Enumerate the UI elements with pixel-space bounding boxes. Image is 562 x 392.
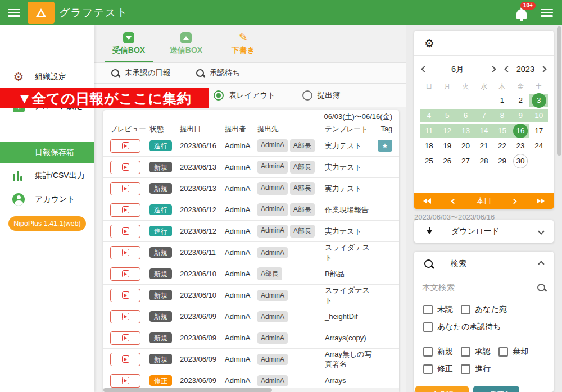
checkbox-icon [423, 305, 433, 314]
sidebar-item-report-box-active[interactable]: 日報保存箱 [0, 142, 94, 163]
calendar-day[interactable]: 9 [511, 108, 530, 123]
tab-inbox[interactable]: 受信BOX [103, 25, 155, 62]
preview-button[interactable] [110, 331, 140, 345]
calendar-day[interactable]: 14 [475, 123, 493, 138]
backward-icon[interactable] [451, 198, 457, 204]
notifications-button[interactable]: 10+ [515, 6, 528, 20]
filter-unapproved-reports[interactable]: 未承認の日報 [111, 68, 170, 78]
printed-filter-button[interactable]: 🖨 印刷済み [415, 386, 469, 392]
column-header: 提出日 [180, 125, 225, 134]
forward-icon[interactable] [511, 198, 517, 204]
calendar-day[interactable]: 2 [511, 93, 530, 108]
chevron-up-icon[interactable] [538, 261, 544, 267]
fast-forward-icon[interactable] [537, 198, 545, 204]
calendar-day[interactable]: 28 [475, 153, 493, 168]
preview-cell [110, 225, 149, 238]
tab-outbox[interactable]: 送信BOX [160, 25, 212, 62]
search-section-header[interactable]: 検索 [414, 252, 554, 276]
chevron-down-icon[interactable] [538, 228, 544, 234]
calendar-day[interactable]: 3 [529, 93, 548, 108]
calendar-day[interactable]: 10 [529, 108, 548, 123]
weekday-label: 火 [456, 80, 475, 93]
search-checkbox-修正[interactable]: 修正 [423, 364, 453, 374]
fulltext-search-input[interactable] [422, 283, 537, 292]
search-submit-icon[interactable] [537, 284, 546, 292]
calendar-day[interactable]: 15 [493, 123, 511, 138]
radio-submission-book[interactable]: 提出簿 [302, 90, 341, 101]
preview-button[interactable] [110, 225, 140, 238]
submit-date: 2023/06/13 [180, 163, 225, 171]
calendar-day[interactable]: 27 [456, 153, 475, 168]
star-tag-icon[interactable]: ★ [378, 140, 392, 152]
calendar-day[interactable]: 20 [456, 138, 475, 153]
sidebar-item-org-settings[interactable]: ⚙ 組織設定 [0, 62, 94, 91]
calendar-day[interactable]: 8 [493, 108, 511, 123]
calendar-day[interactable]: 13 [456, 123, 475, 138]
calendar-day[interactable]: 7 [475, 108, 493, 123]
calendar-day[interactable]: 17 [529, 123, 548, 138]
calendar-day[interactable]: 1 [493, 93, 511, 108]
calendar-day[interactable]: 30 [511, 153, 530, 168]
preview-button[interactable] [110, 139, 140, 153]
preview-button[interactable] [110, 289, 140, 302]
app-logo[interactable] [28, 2, 55, 24]
horizontal-scrollbar[interactable] [103, 388, 399, 392]
calendar-day[interactable]: 12 [438, 123, 457, 138]
preview-button[interactable] [110, 203, 140, 217]
right-menu-icon[interactable] [541, 9, 553, 17]
mailbox-tabs: 受信BOX 送信BOX ✎ 下書き [94, 25, 406, 63]
prev-year-icon[interactable] [504, 66, 510, 72]
calendar-day[interactable]: 26 [438, 153, 457, 168]
calendar-day[interactable]: 29 [493, 153, 511, 168]
submitter: AdminA [225, 142, 257, 150]
recipient-chip: AdminA [257, 139, 288, 152]
next-year-icon[interactable] [540, 66, 546, 72]
calendar-day[interactable]: 19 [438, 138, 457, 153]
calendar-day[interactable]: 11 [420, 123, 438, 138]
button-label: 重要印 [490, 390, 511, 392]
vertical-scrollbar[interactable] [556, 25, 562, 392]
next-month-icon[interactable] [490, 66, 496, 72]
calendar-day[interactable]: 4 [420, 108, 438, 123]
preview-button[interactable] [110, 161, 140, 174]
status-cell: 新規 [149, 183, 180, 194]
calendar-day[interactable]: 23 [511, 138, 530, 153]
preview-button[interactable] [110, 310, 140, 323]
calendar-day[interactable]: 6 [456, 108, 475, 123]
today-button[interactable]: 本日 [477, 196, 491, 206]
fast-backward-icon[interactable] [423, 198, 431, 204]
radio-table-layout[interactable]: 表レイアウト [214, 90, 275, 101]
preview-button[interactable] [110, 353, 140, 366]
search-checkbox-棄却[interactable]: 棄却 [498, 347, 528, 357]
calendar-day[interactable]: 5 [438, 108, 457, 123]
preview-button[interactable] [110, 267, 140, 281]
search-checkbox-承認[interactable]: 承認 [461, 347, 491, 357]
calendar-day[interactable]: 25 [420, 153, 438, 168]
calendar-day[interactable]: 21 [475, 138, 493, 153]
sidebar-item-account[interactable]: アカウント [0, 188, 94, 211]
download-section[interactable]: ダウンロード [414, 220, 554, 243]
filter-awaiting-approval[interactable]: 承認待ち [196, 68, 240, 78]
version-badge[interactable]: NipoPlus 1.41.1(web) [8, 216, 86, 231]
preview-button[interactable] [110, 182, 140, 195]
preview-button[interactable] [110, 246, 140, 259]
calendar-settings-gear-icon[interactable]: ⚙ [424, 38, 434, 49]
prev-month-icon[interactable] [421, 66, 427, 72]
calendar-day[interactable]: 24 [529, 138, 548, 153]
menu-icon[interactable] [8, 9, 20, 17]
preview-button[interactable] [110, 374, 140, 388]
tab-drafts[interactable]: ✎ 下書き [217, 25, 269, 62]
sidebar-item-csv-export[interactable]: 集計/CSV出力 [0, 164, 94, 188]
search-checkbox-あなたの承認待ち[interactable]: あなたの承認待ち [423, 322, 501, 332]
search-checkbox-新規[interactable]: 新規 [423, 347, 453, 357]
calendar-day[interactable]: 22 [493, 138, 511, 153]
sidebar-item-label: 集計/CSV出力 [35, 171, 85, 181]
weekday-label: 木 [493, 80, 511, 93]
recipient-chip: AdminA [257, 354, 288, 365]
search-checkbox-あなた宛[interactable]: あなた宛 [461, 304, 507, 314]
important-filter-button[interactable]: ★ 重要印 [473, 386, 519, 392]
calendar-day[interactable]: 18 [420, 138, 438, 153]
search-checkbox-進行[interactable]: 進行 [461, 364, 491, 374]
calendar-day[interactable]: 16 [511, 123, 530, 138]
search-checkbox-未読[interactable]: 未読 [423, 304, 453, 314]
